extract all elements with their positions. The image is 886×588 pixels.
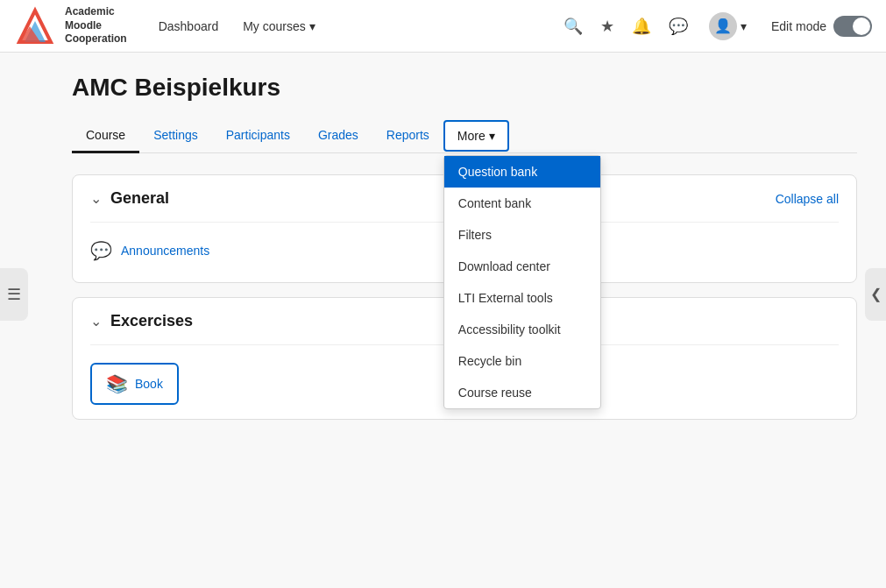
announcements-icon: 💬	[90, 240, 112, 261]
more-button[interactable]: More ▾	[443, 120, 509, 152]
tab-course[interactable]: Course	[72, 119, 139, 153]
more-label: More	[457, 129, 486, 143]
star-icon[interactable]: ★	[597, 13, 618, 39]
brand-logo-svg	[14, 5, 56, 47]
section-general-title: General	[110, 189, 169, 208]
user-menu-chevron: ▾	[741, 19, 747, 33]
collapse-all-button[interactable]: Collapse all	[776, 192, 839, 206]
sidebar-toggle-button[interactable]: ☰	[0, 268, 28, 321]
edit-mode-switch[interactable]	[833, 16, 872, 37]
brand-text: Academic Moodle Cooperation	[65, 5, 127, 46]
section-excercises-chevron[interactable]: ⌄	[90, 313, 102, 329]
dropdown-item-question-bank[interactable]: Question bank	[444, 156, 600, 188]
navbar-icons: 🔍 ★ 🔔 💬 👤 ▾ Edit mode	[560, 12, 872, 40]
brand-logo-area[interactable]: Academic Moodle Cooperation	[14, 5, 127, 47]
dropdown-item-content-bank[interactable]: Content bank	[444, 188, 600, 219]
top-navbar: Academic Moodle Cooperation Dashboard My…	[0, 0, 886, 53]
activity-announcements-label: Announcements	[121, 244, 209, 258]
more-dropdown-wrapper: More ▾ Question bank Content bank Filter…	[443, 120, 509, 152]
course-tabs: Course Settings Participants Grades Repo…	[72, 119, 857, 153]
chat-icon[interactable]: 💬	[665, 13, 691, 39]
avatar: 👤	[709, 12, 737, 40]
page-title: AMC Beispielkurs	[72, 74, 857, 102]
dropdown-item-lti-external-tools[interactable]: LTI External tools	[444, 282, 600, 314]
toggle-knob	[853, 18, 870, 35]
activity-book[interactable]: 📚 Book	[90, 363, 179, 405]
section-general-chevron[interactable]: ⌄	[90, 190, 102, 207]
search-icon[interactable]: 🔍	[560, 13, 586, 39]
tab-grades[interactable]: Grades	[304, 119, 372, 153]
nav-dashboard[interactable]: Dashboard	[148, 12, 230, 40]
tab-participants[interactable]: Participants	[212, 119, 304, 153]
activity-book-label: Book	[135, 377, 163, 391]
tab-reports[interactable]: Reports	[372, 119, 443, 153]
more-chevron-icon: ▾	[489, 129, 495, 143]
dropdown-item-recycle-bin[interactable]: Recycle bin	[444, 345, 600, 377]
dropdown-item-filters[interactable]: Filters	[444, 219, 600, 251]
nav-links: Dashboard My courses ▾	[148, 12, 326, 40]
sidebar-toggle-icon: ☰	[7, 285, 21, 304]
my-courses-chevron: ▾	[309, 19, 315, 33]
bell-icon[interactable]: 🔔	[628, 13, 655, 39]
more-dropdown-menu: Question bank Content bank Filters Downl…	[443, 155, 601, 409]
book-icon: 📚	[106, 373, 128, 394]
dropdown-item-course-reuse[interactable]: Course reuse	[444, 377, 600, 408]
section-general-header: ⌄ General	[90, 189, 169, 208]
nav-my-courses[interactable]: My courses ▾	[232, 12, 326, 40]
edit-mode-toggle[interactable]: Edit mode	[771, 16, 872, 37]
section-excercises-title: Excercises	[110, 312, 193, 330]
dropdown-item-download-center[interactable]: Download center	[444, 251, 600, 282]
edit-mode-label: Edit mode	[771, 19, 826, 33]
right-panel-toggle[interactable]: ❮	[865, 268, 886, 321]
dropdown-item-accessibility-toolkit[interactable]: Accessibility toolkit	[444, 314, 600, 345]
user-menu[interactable]: 👤 ▾	[709, 12, 747, 40]
chevron-left-icon: ❮	[870, 286, 882, 302]
tab-settings[interactable]: Settings	[139, 119, 212, 153]
main-content: AMC Beispielkurs Course Settings Partici…	[44, 53, 885, 455]
